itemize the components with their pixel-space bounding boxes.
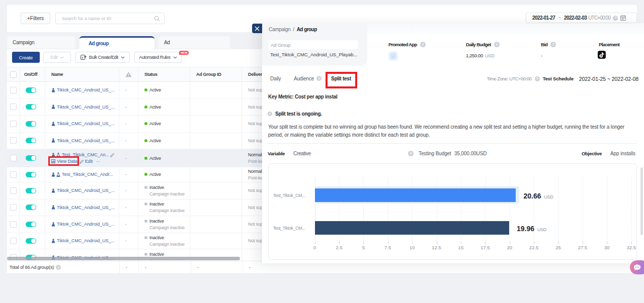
ad-group-name-link[interactable]: Tiktok_CMC_Android_US_... [57,205,115,210]
ad-group-icon [51,188,55,193]
row-checkbox[interactable] [10,187,17,194]
axis-tick [631,242,632,244]
audience-info-icon: ? [316,76,321,81]
view-data-link[interactable]: View Data [51,159,77,164]
schedule-row: Time Zone: UTC+00:00 ? Test Schedule 202… [487,75,638,82]
axis-tick-label: 15 [458,245,464,250]
on-off-toggle[interactable] [26,104,36,110]
on-off-toggle[interactable] [26,121,36,127]
ad-group-name-link[interactable]: Tiktok_CMC_Android_US_... [57,87,115,92]
status-dot [144,236,147,239]
status-cell: Active [138,99,190,116]
axis-tick-label: 0 [313,245,316,250]
on-off-toggle[interactable] [26,205,36,210]
bid-info-icon[interactable]: ? [550,42,556,47]
row-checkbox[interactable] [10,221,17,228]
row-checkbox[interactable] [10,238,17,244]
toggle-knob [31,222,36,227]
date-start: 2022-01-27 [532,15,555,21]
checkbox-cell [7,216,20,233]
on-off-toggle[interactable] [26,222,36,227]
daily-budget-block: Daily Budget? 1,250.00USD [466,41,500,58]
automated-rules-button[interactable]: Automated Rules [134,52,182,63]
panel-tab-audience[interactable]: Audience? [294,75,321,82]
key-metric: Key Metric: Cost per app instal [268,94,337,99]
edit-link[interactable]: Edit [85,159,93,164]
select-all-checkbox[interactable] [10,71,17,78]
ad-group-id-cell [190,216,242,233]
close-panel-button[interactable] [252,24,262,33]
test-schedule-label: Test Schedule [543,76,574,81]
checkbox-cell [7,99,20,116]
panel-tab-split-test[interactable]: Split test [331,75,351,82]
row-checkbox[interactable] [10,204,17,211]
bar-series-1[interactable] [315,221,509,235]
row-checkbox[interactable] [10,171,17,178]
ad-group-name-link[interactable]: Test_Tiktok_CMC_Andr... [62,172,113,177]
ad-group-name-link[interactable]: Tiktok_CMC_Android_US_... [57,188,115,193]
date-range-picker[interactable]: 2022-01-27 ~ 2022-02-03 UTC+00:00 ? [526,13,637,23]
bar-series-0[interactable] [315,188,516,202]
status-text: Active [149,87,161,92]
on-off-cell [20,116,45,132]
on-off-toggle[interactable] [26,238,36,244]
axis-tick-label: 5 [362,245,365,250]
gridline [583,177,583,242]
status-cell: Active [138,133,190,149]
breadcrumb: Campaign / Ad group [269,26,317,32]
row-checkbox[interactable] [10,104,17,110]
ad-group-name-link[interactable]: Tiktok_CMC_Android_US_... [57,138,115,143]
warning-cell: - [119,133,138,149]
placement-block: Placement [599,41,619,59]
ad-group-name-link[interactable]: Tiktok_CMC_Android_US_... [57,121,115,126]
breadcrumb-campaign[interactable]: Campaign [269,27,290,32]
more-actions[interactable]: ··· [96,159,100,164]
bar-value-label: 19.96USD [517,225,546,233]
objective-value: App installs [610,151,635,156]
chevron-down-icon [60,56,64,59]
status-dot [144,220,147,223]
on-off-toggle[interactable] [26,138,36,143]
promoted-app-info-icon[interactable]: ? [420,42,426,47]
on-off-toggle[interactable] [26,87,36,93]
tab-adgroup[interactable]: Ad group [79,36,154,49]
status-sub-text: Campaign inactive [149,225,190,230]
chat-widget-button[interactable] [630,260,644,274]
ad-group-name-link[interactable]: Tiktok_CMC_Android_US_... [57,238,115,243]
ad-group-name-link[interactable]: Tiktok_CMC_Android_US_... [57,105,115,110]
status-sub-text: Campaign inactive [149,191,190,196]
edit-button[interactable]: Edit [43,52,71,63]
status-dot [144,203,147,206]
filters-button[interactable]: +Filters [21,13,50,24]
edit-pencil-icon [110,153,115,157]
row-checkbox[interactable] [10,137,17,144]
create-button[interactable]: Create [12,52,40,63]
ad-group-name-link[interactable]: Tiktok_CMC_Android_US_... [57,222,115,227]
search-input[interactable]: Search for a name or ID [55,13,165,24]
row-checkbox[interactable] [10,121,17,127]
daily-budget-info-icon[interactable]: ? [494,42,500,47]
horizontal-scrollbar[interactable] [7,257,240,260]
objective-label: Objective [582,151,602,156]
status-dot [144,88,147,91]
bulk-create-edit-button[interactable]: Bulk Create/Edit [75,52,130,63]
tab-campaign[interactable]: Campaign [7,36,75,49]
row-checkbox[interactable] [10,155,17,161]
axis-tick-label: 20 [507,245,512,250]
name-cell: Tiktok_CMC_Android_US_... [45,82,119,98]
ad-group-name-link[interactable]: Test_Tiktok_CMC_An... [62,152,109,157]
tab-ad[interactable]: Ad [158,36,230,49]
row-checkbox[interactable] [10,87,17,93]
axis-tick [510,242,510,244]
on-off-toggle[interactable] [26,172,36,177]
schedule-info-icon[interactable]: ? [535,76,540,81]
daily-budget-value: 1,250.00 [466,53,483,58]
panel-vertical-scrollbar[interactable] [640,167,643,235]
ad-group-icon [51,172,55,177]
axis-tick [607,242,607,244]
panel-tab-daily[interactable]: Daily [270,75,281,82]
on-off-toggle[interactable] [26,188,36,193]
on-off-cell [20,133,45,149]
on-off-toggle[interactable] [26,155,36,161]
ad-group-label: Ad Group [269,40,358,49]
